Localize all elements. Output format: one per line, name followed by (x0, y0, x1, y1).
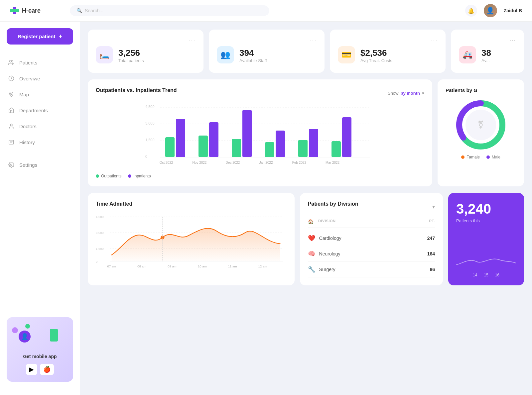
departments-icon (8, 107, 15, 114)
main-content: ··· 🛏️ 3,256 Total patients ··· 👥 (80, 22, 532, 395)
svg-text:Dec 2022: Dec 2022 (226, 161, 240, 164)
stat-icon-staff: 👥 (217, 46, 234, 63)
svg-text:0: 0 (96, 260, 97, 263)
sidebar-item-departments[interactable]: Departments (0, 102, 80, 118)
legend-label: Famale (466, 155, 480, 159)
bar-chart-svg: 4,500 3,000 1,500 0 (96, 104, 424, 170)
surgery-icon: 🔧 (308, 266, 315, 273)
stat-card-total-patients: ··· 🛏️ 3,256 Total patients (88, 30, 203, 73)
purple-stat-label: Patients this (456, 218, 516, 223)
mobile-app-card: 👤 Get mobile app ▶ 🍎 (7, 317, 73, 382)
svg-text:3,000: 3,000 (96, 231, 104, 235)
purple-mini-chart: 14 15 16 (456, 251, 516, 277)
svg-rect-23 (276, 131, 285, 157)
legend-label: Inpatients (133, 174, 151, 178)
google-play-button[interactable]: ▶ (26, 364, 37, 375)
register-btn-label: Register patient (18, 34, 55, 39)
filter-value: by month (401, 91, 420, 96)
division-row: 🧠 Neurology 164 (308, 246, 435, 262)
line-chart-svg: 4,500 3,000 1,500 0 (96, 212, 287, 272)
app-store-button[interactable]: 🍎 (40, 364, 54, 375)
sidebar-item-settings[interactable]: Settings (0, 157, 80, 173)
svg-rect-17 (176, 119, 185, 157)
sidebar-item-patients[interactable]: Patients (0, 54, 80, 70)
notification-bell[interactable]: 🔔 (465, 5, 477, 17)
svg-text:12 am: 12 am (258, 264, 267, 268)
stat-icon-ambulance: 🚑 (459, 46, 476, 63)
purple-mini-svg (456, 251, 516, 271)
donut-chart: ⚧ (454, 98, 507, 151)
register-patient-button[interactable]: Register patient + (7, 28, 73, 45)
time-chart-title: Time Admitted (96, 201, 287, 207)
plus-icon: + (59, 33, 62, 40)
legend-label: Outpatients (101, 174, 121, 178)
legend-dot-outpatients (96, 174, 99, 178)
overview-icon (8, 75, 15, 82)
chevron-down-icon[interactable]: ▾ (432, 204, 435, 210)
legend-female: Famale (461, 155, 480, 159)
logo: H-care (10, 7, 63, 14)
svg-text:4,500: 4,500 (96, 215, 104, 219)
logo-icon (10, 7, 19, 14)
svg-rect-27 (342, 117, 351, 157)
mobile-app-card-title: Get mobile app (12, 354, 68, 359)
stat-label-staff: Available Staff (239, 58, 267, 63)
svg-text:08 am: 08 am (137, 264, 146, 268)
nav-items: Patients Overviwe Map Depa (0, 51, 80, 311)
search-bar[interactable]: 🔍 Search... (70, 5, 269, 16)
stat-card-ambulance: ··· 🚑 38 Av... (451, 30, 524, 73)
stat-menu-dots[interactable]: ··· (431, 38, 438, 44)
sidebar-bottom: 👤 Get mobile app ▶ 🍎 (0, 311, 80, 388)
legend-male: Male (486, 155, 500, 159)
stat-card-available-staff: ··· 👥 394 Available Staff (209, 30, 325, 73)
trend-chart-card: Outpatients vs. Inpatients Trend Show by… (88, 79, 432, 186)
legend-inpatients: Inpatients (128, 174, 151, 178)
svg-rect-18 (199, 136, 208, 157)
stat-icon-patients: 🛏️ (96, 46, 113, 63)
search-placeholder: Search... (85, 8, 103, 13)
sidebar-item-map[interactable]: Map (0, 86, 80, 102)
stat-menu-dots[interactable]: ··· (510, 38, 516, 44)
stat-icon-cost: 💳 (338, 46, 355, 63)
map-icon (8, 91, 15, 98)
chevron-down-icon: ▾ (422, 91, 424, 96)
app-store-buttons: ▶ 🍎 (12, 364, 68, 375)
history-icon (8, 139, 15, 146)
stat-number-ambulance: 38 (481, 48, 491, 58)
stat-menu-dots[interactable]: ··· (189, 38, 196, 44)
stat-number-patients: 3,256 (118, 48, 144, 58)
svg-text:0: 0 (145, 154, 147, 158)
svg-text:Feb 2022: Feb 2022 (292, 161, 307, 164)
stat-menu-dots[interactable]: ··· (310, 38, 317, 44)
trend-chart-title: Outpatients vs. Inpatients Trend (96, 87, 177, 93)
svg-rect-19 (209, 122, 218, 157)
sidebar: Register patient + Patients Overviwe (0, 22, 80, 395)
division-name: Neurology (319, 251, 340, 256)
svg-text:3,000: 3,000 (145, 121, 155, 125)
search-icon: 🔍 (76, 8, 82, 13)
sidebar-item-history[interactable]: History (0, 134, 80, 150)
sidebar-item-label: Settings (19, 162, 37, 168)
sidebar-item-overview[interactable]: Overviwe (0, 70, 80, 86)
svg-text:07 am: 07 am (107, 264, 116, 268)
division-name: Surgery (319, 267, 335, 272)
gender-legend: Famale Male (446, 155, 516, 159)
bottom-row: Time Admitted 4,500 3,000 1,500 0 (88, 193, 524, 285)
svg-text:1,500: 1,500 (145, 138, 155, 142)
x-label-14: 14 (473, 273, 477, 277)
division-col-header: DIVISION (318, 219, 335, 224)
svg-rect-24 (298, 140, 308, 157)
sidebar-item-label: Map (19, 92, 29, 97)
avatar[interactable]: 👤 (484, 4, 497, 17)
svg-text:Nov 2022: Nov 2022 (193, 161, 207, 164)
sidebar-top: Register patient + (0, 28, 80, 51)
gender-chart-title: Patients by G (446, 87, 516, 93)
purple-stat-card: 3,240 Patients this 14 15 16 (448, 193, 524, 285)
sidebar-item-label: History (19, 140, 35, 145)
division-count: 164 (427, 251, 435, 256)
sidebar-item-doctors[interactable]: Doctors (0, 118, 80, 134)
show-filter[interactable]: Show by month ▾ (388, 91, 424, 96)
svg-text:1,500: 1,500 (96, 247, 104, 250)
home-icon: 🏠 (308, 219, 314, 224)
user-name: Zaidul B (504, 8, 522, 13)
